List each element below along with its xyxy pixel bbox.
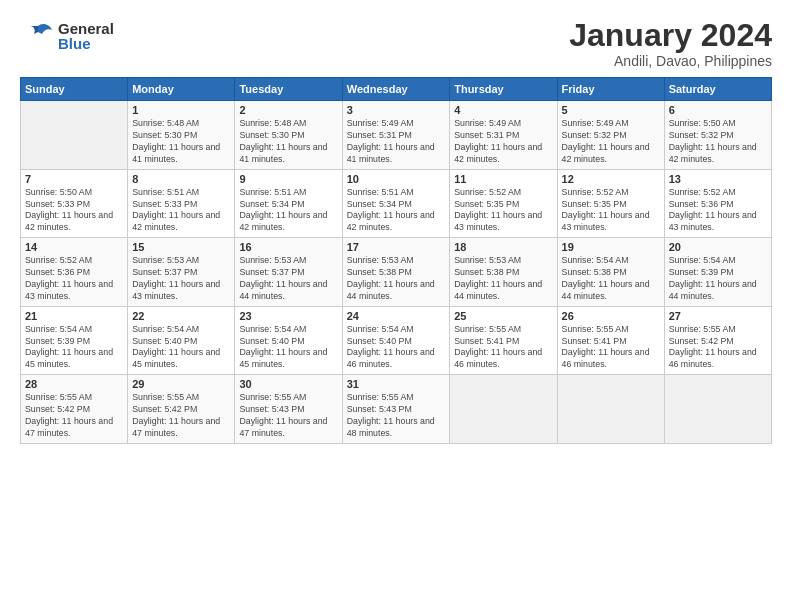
calendar-week-row: 28 Sunrise: 5:55 AMSunset: 5:42 PMDaylig… (21, 375, 772, 444)
day-info: Sunrise: 5:54 AMSunset: 5:38 PMDaylight:… (562, 255, 660, 303)
calendar-day-cell: 2 Sunrise: 5:48 AMSunset: 5:30 PMDayligh… (235, 101, 342, 170)
day-info: Sunrise: 5:55 AMSunset: 5:43 PMDaylight:… (347, 392, 445, 440)
calendar-week-row: 1 Sunrise: 5:48 AMSunset: 5:30 PMDayligh… (21, 101, 772, 170)
calendar-day-cell: 27 Sunrise: 5:55 AMSunset: 5:42 PMDaylig… (664, 306, 771, 375)
calendar-day-cell: 16 Sunrise: 5:53 AMSunset: 5:37 PMDaylig… (235, 238, 342, 307)
day-number: 20 (669, 241, 767, 253)
calendar-day-cell: 4 Sunrise: 5:49 AMSunset: 5:31 PMDayligh… (450, 101, 557, 170)
day-info: Sunrise: 5:52 AMSunset: 5:35 PMDaylight:… (562, 187, 660, 235)
day-info: Sunrise: 5:53 AMSunset: 5:37 PMDaylight:… (132, 255, 230, 303)
day-number: 12 (562, 173, 660, 185)
day-number: 1 (132, 104, 230, 116)
day-number: 31 (347, 378, 445, 390)
calendar-header-row: SundayMondayTuesdayWednesdayThursdayFrid… (21, 78, 772, 101)
calendar-day-cell: 17 Sunrise: 5:53 AMSunset: 5:38 PMDaylig… (342, 238, 449, 307)
day-number: 17 (347, 241, 445, 253)
day-number: 3 (347, 104, 445, 116)
calendar-day-cell: 14 Sunrise: 5:52 AMSunset: 5:36 PMDaylig… (21, 238, 128, 307)
day-info: Sunrise: 5:53 AMSunset: 5:37 PMDaylight:… (239, 255, 337, 303)
calendar-day-cell: 30 Sunrise: 5:55 AMSunset: 5:43 PMDaylig… (235, 375, 342, 444)
day-of-week-header: Monday (128, 78, 235, 101)
day-number: 5 (562, 104, 660, 116)
calendar-day-cell: 11 Sunrise: 5:52 AMSunset: 5:35 PMDaylig… (450, 169, 557, 238)
calendar-day-cell: 15 Sunrise: 5:53 AMSunset: 5:37 PMDaylig… (128, 238, 235, 307)
day-number: 22 (132, 310, 230, 322)
calendar-day-cell: 25 Sunrise: 5:55 AMSunset: 5:41 PMDaylig… (450, 306, 557, 375)
day-number: 26 (562, 310, 660, 322)
day-info: Sunrise: 5:54 AMSunset: 5:40 PMDaylight:… (347, 324, 445, 372)
day-number: 8 (132, 173, 230, 185)
day-info: Sunrise: 5:54 AMSunset: 5:39 PMDaylight:… (669, 255, 767, 303)
calendar-day-cell (557, 375, 664, 444)
day-info: Sunrise: 5:50 AMSunset: 5:32 PMDaylight:… (669, 118, 767, 166)
day-info: Sunrise: 5:55 AMSunset: 5:42 PMDaylight:… (25, 392, 123, 440)
calendar-day-cell: 13 Sunrise: 5:52 AMSunset: 5:36 PMDaylig… (664, 169, 771, 238)
day-info: Sunrise: 5:52 AMSunset: 5:35 PMDaylight:… (454, 187, 552, 235)
calendar-week-row: 21 Sunrise: 5:54 AMSunset: 5:39 PMDaylig… (21, 306, 772, 375)
calendar-week-row: 14 Sunrise: 5:52 AMSunset: 5:36 PMDaylig… (21, 238, 772, 307)
day-info: Sunrise: 5:54 AMSunset: 5:40 PMDaylight:… (239, 324, 337, 372)
calendar-day-cell: 8 Sunrise: 5:51 AMSunset: 5:33 PMDayligh… (128, 169, 235, 238)
calendar-day-cell: 21 Sunrise: 5:54 AMSunset: 5:39 PMDaylig… (21, 306, 128, 375)
day-number: 6 (669, 104, 767, 116)
day-number: 25 (454, 310, 552, 322)
day-number: 21 (25, 310, 123, 322)
page: General Blue January 2024 Andili, Davao,… (0, 0, 792, 612)
day-info: Sunrise: 5:49 AMSunset: 5:32 PMDaylight:… (562, 118, 660, 166)
calendar-week-row: 7 Sunrise: 5:50 AMSunset: 5:33 PMDayligh… (21, 169, 772, 238)
day-of-week-header: Sunday (21, 78, 128, 101)
calendar-day-cell: 22 Sunrise: 5:54 AMSunset: 5:40 PMDaylig… (128, 306, 235, 375)
day-info: Sunrise: 5:55 AMSunset: 5:42 PMDaylight:… (669, 324, 767, 372)
calendar-day-cell: 3 Sunrise: 5:49 AMSunset: 5:31 PMDayligh… (342, 101, 449, 170)
day-number: 7 (25, 173, 123, 185)
calendar-day-cell: 29 Sunrise: 5:55 AMSunset: 5:42 PMDaylig… (128, 375, 235, 444)
day-info: Sunrise: 5:53 AMSunset: 5:38 PMDaylight:… (347, 255, 445, 303)
calendar-day-cell: 23 Sunrise: 5:54 AMSunset: 5:40 PMDaylig… (235, 306, 342, 375)
day-info: Sunrise: 5:55 AMSunset: 5:41 PMDaylight:… (562, 324, 660, 372)
day-number: 2 (239, 104, 337, 116)
day-number: 4 (454, 104, 552, 116)
calendar-day-cell: 18 Sunrise: 5:53 AMSunset: 5:38 PMDaylig… (450, 238, 557, 307)
calendar-day-cell: 6 Sunrise: 5:50 AMSunset: 5:32 PMDayligh… (664, 101, 771, 170)
calendar-day-cell: 28 Sunrise: 5:55 AMSunset: 5:42 PMDaylig… (21, 375, 128, 444)
calendar-day-cell: 9 Sunrise: 5:51 AMSunset: 5:34 PMDayligh… (235, 169, 342, 238)
day-info: Sunrise: 5:52 AMSunset: 5:36 PMDaylight:… (669, 187, 767, 235)
day-number: 24 (347, 310, 445, 322)
day-info: Sunrise: 5:48 AMSunset: 5:30 PMDaylight:… (132, 118, 230, 166)
calendar-day-cell: 10 Sunrise: 5:51 AMSunset: 5:34 PMDaylig… (342, 169, 449, 238)
day-info: Sunrise: 5:50 AMSunset: 5:33 PMDaylight:… (25, 187, 123, 235)
calendar-day-cell: 5 Sunrise: 5:49 AMSunset: 5:32 PMDayligh… (557, 101, 664, 170)
title-section: January 2024 Andili, Davao, Philippines (569, 18, 772, 69)
day-info: Sunrise: 5:49 AMSunset: 5:31 PMDaylight:… (454, 118, 552, 166)
calendar-day-cell (21, 101, 128, 170)
calendar-day-cell: 19 Sunrise: 5:54 AMSunset: 5:38 PMDaylig… (557, 238, 664, 307)
calendar-day-cell (450, 375, 557, 444)
day-info: Sunrise: 5:55 AMSunset: 5:42 PMDaylight:… (132, 392, 230, 440)
day-number: 16 (239, 241, 337, 253)
day-number: 19 (562, 241, 660, 253)
day-number: 29 (132, 378, 230, 390)
header: General Blue January 2024 Andili, Davao,… (20, 18, 772, 69)
day-of-week-header: Friday (557, 78, 664, 101)
day-info: Sunrise: 5:53 AMSunset: 5:38 PMDaylight:… (454, 255, 552, 303)
calendar-day-cell: 31 Sunrise: 5:55 AMSunset: 5:43 PMDaylig… (342, 375, 449, 444)
day-info: Sunrise: 5:54 AMSunset: 5:40 PMDaylight:… (132, 324, 230, 372)
day-number: 9 (239, 173, 337, 185)
day-info: Sunrise: 5:49 AMSunset: 5:31 PMDaylight:… (347, 118, 445, 166)
day-number: 14 (25, 241, 123, 253)
day-number: 11 (454, 173, 552, 185)
day-info: Sunrise: 5:55 AMSunset: 5:43 PMDaylight:… (239, 392, 337, 440)
day-info: Sunrise: 5:51 AMSunset: 5:33 PMDaylight:… (132, 187, 230, 235)
calendar-day-cell: 26 Sunrise: 5:55 AMSunset: 5:41 PMDaylig… (557, 306, 664, 375)
day-info: Sunrise: 5:48 AMSunset: 5:30 PMDaylight:… (239, 118, 337, 166)
calendar-day-cell: 24 Sunrise: 5:54 AMSunset: 5:40 PMDaylig… (342, 306, 449, 375)
day-info: Sunrise: 5:51 AMSunset: 5:34 PMDaylight:… (347, 187, 445, 235)
day-number: 27 (669, 310, 767, 322)
day-number: 30 (239, 378, 337, 390)
day-info: Sunrise: 5:52 AMSunset: 5:36 PMDaylight:… (25, 255, 123, 303)
calendar-table: SundayMondayTuesdayWednesdayThursdayFrid… (20, 77, 772, 444)
day-of-week-header: Wednesday (342, 78, 449, 101)
logo-bird-icon (20, 18, 56, 54)
day-number: 10 (347, 173, 445, 185)
calendar-day-cell: 20 Sunrise: 5:54 AMSunset: 5:39 PMDaylig… (664, 238, 771, 307)
